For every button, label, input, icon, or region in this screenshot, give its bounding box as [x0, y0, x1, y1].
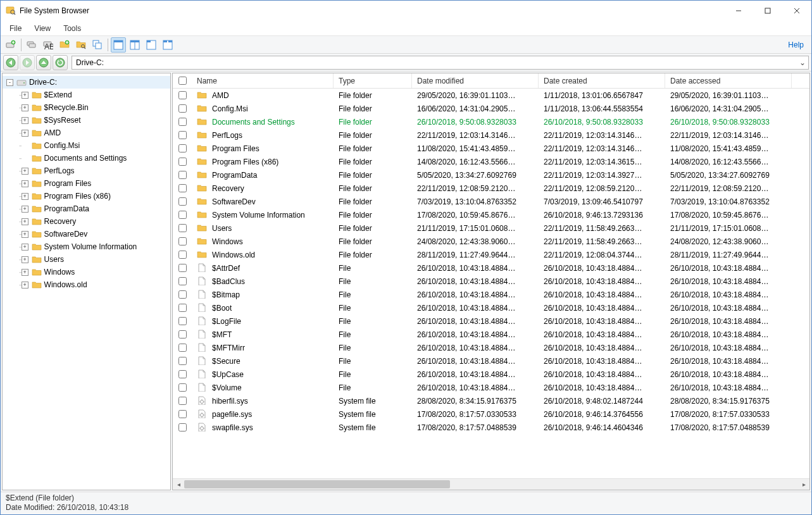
tree-item[interactable]: -Drive-C:: [3, 76, 170, 89]
tree-item[interactable]: ··+SoftwareDev: [3, 228, 170, 240]
row-checkbox[interactable]: [173, 264, 192, 272]
tree-item[interactable]: ··Documents and Settings: [3, 152, 170, 164]
view-mode-1-button[interactable]: [111, 37, 126, 53]
tree-toggle-icon[interactable]: +: [22, 269, 28, 276]
list-row[interactable]: swapfile.sysSystem file17/08/2020, 8:17:…: [173, 421, 809, 434]
list-row[interactable]: WindowsFile folder24/08/2020, 12:43:38.9…: [173, 235, 809, 248]
tree-item[interactable]: ··+System Volume Information: [3, 240, 170, 253]
tree-toggle-icon[interactable]: +: [22, 168, 28, 175]
view-mode-2-button[interactable]: [127, 37, 142, 53]
row-checkbox[interactable]: [173, 277, 192, 285]
tree-item[interactable]: ··+Program Files (x86): [3, 190, 170, 202]
list-row[interactable]: pagefile.sysSystem file17/08/2020, 8:17:…: [173, 407, 809, 421]
row-checkbox[interactable]: [173, 397, 192, 405]
row-checkbox[interactable]: [173, 357, 192, 365]
list-row[interactable]: Config.MsiFile folder16/06/2020, 14:31:0…: [173, 102, 809, 115]
list-row[interactable]: $MFTFile26/10/2018, 10:43:18.4884…26/10/…: [173, 328, 809, 341]
tree-item[interactable]: ··+Recovery: [3, 215, 170, 228]
list-row[interactable]: $SecureFile26/10/2018, 10:43:18.4884…26/…: [173, 354, 809, 368]
address-dropdown-icon[interactable]: ⌄: [799, 58, 806, 67]
list-row[interactable]: hiberfil.sysSystem file28/08/2020, 8:34:…: [173, 394, 809, 407]
list-row[interactable]: $BitmapFile26/10/2018, 10:43:18.4884…26/…: [173, 288, 809, 301]
row-checkbox[interactable]: [173, 344, 192, 352]
header-date-modified[interactable]: Date modified: [412, 73, 539, 88]
header-checkbox[interactable]: [173, 73, 192, 88]
row-checkbox[interactable]: [173, 423, 192, 431]
menu-tools[interactable]: Tools: [57, 23, 87, 34]
list-row[interactable]: System Volume InformationFile folder17/0…: [173, 208, 809, 221]
row-checkbox[interactable]: [173, 237, 192, 245]
new-folder-button[interactable]: [57, 37, 72, 53]
view-mode-3-button[interactable]: [144, 37, 159, 53]
list-row[interactable]: $BadClusFile26/10/2018, 10:43:18.4884…26…: [173, 275, 809, 288]
row-checkbox[interactable]: [173, 304, 192, 312]
row-checkbox[interactable]: [173, 410, 192, 418]
row-checkbox[interactable]: [173, 91, 192, 99]
list-row[interactable]: $BootFile26/10/2018, 10:43:18.4884…26/10…: [173, 301, 809, 314]
list-row[interactable]: Documents and SettingsFile folder26/10/2…: [173, 115, 809, 128]
help-link[interactable]: Help: [783, 40, 809, 49]
back-button[interactable]: [3, 55, 18, 70]
header-type[interactable]: Type: [334, 73, 412, 88]
row-checkbox[interactable]: [173, 131, 192, 139]
tree-item[interactable]: ··+$Recycle.Bin: [3, 101, 170, 114]
list-row[interactable]: ProgramDataFile folder5/05/2020, 13:34:2…: [173, 168, 809, 182]
header-date-accessed[interactable]: Date accessed: [665, 73, 792, 88]
row-checkbox[interactable]: [173, 184, 192, 192]
tree-item[interactable]: ··+Users: [3, 253, 170, 266]
row-checkbox[interactable]: [173, 144, 192, 152]
list-row[interactable]: Program Files (x86)File folder14/08/2020…: [173, 155, 809, 168]
tree-toggle-icon[interactable]: +: [22, 92, 28, 99]
tree-toggle-icon[interactable]: +: [22, 244, 28, 251]
list-row[interactable]: $AttrDefFile26/10/2018, 10:43:18.4884…26…: [173, 261, 809, 275]
row-checkbox[interactable]: [173, 118, 192, 126]
tree-item[interactable]: ··+ProgramData: [3, 202, 170, 215]
list-row[interactable]: RecoveryFile folder22/11/2019, 12:08:59.…: [173, 182, 809, 195]
tree-toggle-icon[interactable]: +: [22, 130, 28, 137]
list-row[interactable]: $LogFileFile26/10/2018, 10:43:18.4884…26…: [173, 314, 809, 328]
list-body[interactable]: AMDFile folder29/05/2020, 16:39:01.1103……: [173, 89, 809, 478]
row-checkbox[interactable]: [173, 330, 192, 338]
tree-toggle-icon[interactable]: -: [6, 79, 13, 86]
row-checkbox[interactable]: [173, 171, 192, 179]
tree-pane[interactable]: -Drive-C:··+$Extend··+$Recycle.Bin··+$Sy…: [2, 73, 171, 490]
add-disk-button[interactable]: [3, 37, 18, 53]
tree-toggle-icon[interactable]: +: [22, 206, 28, 213]
row-checkbox[interactable]: [173, 197, 192, 206]
row-checkbox[interactable]: [173, 158, 192, 166]
list-row[interactable]: $VolumeFile26/10/2018, 10:43:18.4884…26/…: [173, 381, 809, 394]
row-checkbox[interactable]: [173, 383, 192, 392]
maximize-button[interactable]: [753, 1, 782, 21]
row-checkbox[interactable]: [173, 251, 192, 259]
close-button[interactable]: [782, 1, 811, 21]
minimize-button[interactable]: [724, 1, 753, 21]
tree-toggle-icon[interactable]: +: [22, 231, 28, 238]
disk-labels-button[interactable]: [41, 37, 56, 53]
tree-toggle-icon[interactable]: +: [22, 256, 28, 263]
view-mode-4-button[interactable]: [160, 37, 175, 53]
tree-toggle-icon[interactable]: +: [22, 282, 28, 289]
tree-item[interactable]: ··+Program Files: [3, 177, 170, 190]
search-folder-button[interactable]: [73, 37, 89, 53]
windows-button[interactable]: [90, 37, 105, 53]
row-checkbox[interactable]: [173, 224, 192, 232]
horizontal-scrollbar[interactable]: ◂ ▸: [173, 478, 809, 490]
list-row[interactable]: Windows.oldFile folder28/11/2019, 11:27:…: [173, 248, 809, 261]
row-checkbox[interactable]: [173, 290, 192, 299]
tree-toggle-icon[interactable]: +: [22, 193, 28, 200]
tree-toggle-icon[interactable]: +: [22, 218, 28, 225]
tree-item[interactable]: ··+AMD: [3, 127, 170, 139]
disks-button[interactable]: [24, 37, 39, 53]
tree-item[interactable]: ··+Windows: [3, 266, 170, 278]
tree-toggle-icon[interactable]: +: [22, 180, 28, 187]
up-button[interactable]: [36, 55, 51, 70]
row-checkbox[interactable]: [173, 104, 192, 113]
menu-view[interactable]: View: [28, 23, 57, 34]
row-checkbox[interactable]: [173, 211, 192, 219]
list-row[interactable]: UsersFile folder21/11/2019, 17:15:01.060…: [173, 221, 809, 235]
menu-file[interactable]: File: [3, 23, 28, 34]
tree-item[interactable]: ··+$SysReset: [3, 114, 170, 127]
forward-button[interactable]: [20, 55, 35, 70]
tree-item[interactable]: ··+PerfLogs: [3, 164, 170, 177]
row-checkbox[interactable]: [173, 317, 192, 325]
